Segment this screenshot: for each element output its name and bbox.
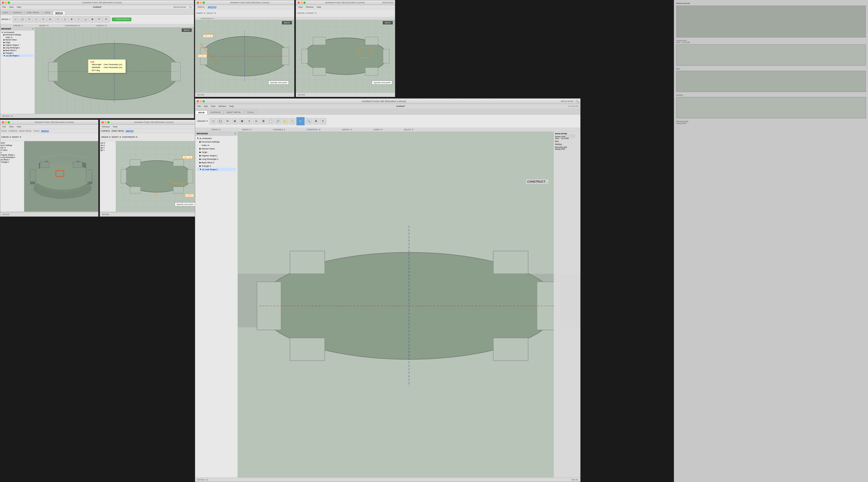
menu-help-4[interactable]: Help	[17, 126, 21, 128]
tree-main-unsaved[interactable]: ▼ 🗂 Unsaved1	[197, 137, 236, 140]
tool-main-fx[interactable]: fx	[253, 118, 259, 124]
min-btn-2[interactable]	[200, 2, 202, 4]
tool-btn-13[interactable]: ⊢	[96, 16, 103, 23]
tool-main-6[interactable]: +	[246, 118, 252, 124]
close-btn-3[interactable]	[298, 2, 300, 4]
tool-btn-7[interactable]: □	[55, 16, 61, 23]
min-btn-3[interactable]	[301, 2, 303, 4]
close-btn-1[interactable]	[2, 2, 4, 4]
tree-item-units[interactable]: Units: in	[1, 36, 33, 38]
tab-surface-main[interactable]: SURFACE	[208, 110, 223, 114]
menu-view[interactable]: View	[9, 6, 13, 8]
canvas-3d-4[interactable]	[24, 141, 98, 212]
tree-main-triangle[interactable]: ▶ Triangle:1	[197, 164, 236, 168]
menu-view-3[interactable]: View	[298, 6, 303, 8]
tree-item-origin[interactable]: ▶ Origin	[1, 41, 33, 44]
menu-help-5[interactable]: Help	[113, 126, 117, 128]
tree-main-basicblock[interactable]: ▶ Basic Block:1	[197, 161, 236, 164]
tree-basic-4[interactable]: aic Block:1	[1, 158, 23, 161]
canvas-1[interactable]: null TabLength User Parameter (in) TabWi…	[35, 27, 194, 116]
tree-main-origin[interactable]: ▶ Origin	[197, 151, 236, 154]
tab-tools-main[interactable]: TOOLS	[244, 110, 257, 114]
close-btn-5[interactable]	[101, 121, 104, 123]
tree-ann0[interactable]: ann0	[1, 142, 23, 144]
tab-tools-1[interactable]: TOOLS	[42, 11, 53, 14]
canvas-5[interactable]: 344.7 ms 8.359 in Specify next point	[116, 141, 198, 212]
tool-btn-6[interactable]: fx	[47, 16, 54, 23]
tools-tab-4[interactable]: TOOLS	[33, 130, 40, 132]
tool-btn-2[interactable]: ◯	[20, 16, 26, 23]
select-label-2[interactable]: SELECT ▼	[207, 12, 216, 14]
max-btn-4[interactable]	[8, 121, 10, 123]
tool-main-5[interactable]: ⊠	[239, 118, 245, 124]
min-btn-1[interactable]	[5, 2, 7, 4]
tree-organic-4[interactable]: Organic Shape:1	[1, 154, 23, 156]
min-btn-4[interactable]	[5, 121, 7, 123]
tree-ann-0-5[interactable]: ann 0	[100, 142, 115, 144]
window-controls-5[interactable]	[101, 121, 110, 123]
close-btn-4[interactable]	[2, 121, 4, 123]
menu-help-main[interactable]: Help	[229, 105, 234, 107]
close-btn-2[interactable]	[197, 2, 199, 4]
tree-item-basicblock[interactable]: ▶ Basic Block:1	[1, 49, 33, 52]
tree-item-longrect[interactable]: ▶ Long Rectangle:1	[1, 46, 33, 49]
max-btn-3[interactable]	[303, 2, 306, 4]
min-btn-5[interactable]	[104, 121, 106, 123]
tool-main-construct[interactable]: C	[296, 117, 305, 126]
search-icon-1[interactable]: 🔍	[189, 6, 192, 8]
browser-toggle-1[interactable]: +	[32, 28, 33, 30]
window-controls-2[interactable]	[197, 2, 205, 4]
tool-main-7[interactable]: ⚙	[260, 118, 267, 124]
tree-main-leafshape[interactable]: ▼ 🗂 Leaf Shape:1	[197, 168, 236, 171]
window-controls-main[interactable]	[197, 100, 205, 102]
tree-item-organic[interactable]: ▶ Organic Shape:1	[1, 44, 33, 46]
tool-btn-14[interactable]: ↻	[103, 16, 110, 23]
max-btn-main[interactable]	[203, 100, 205, 102]
modify-4[interactable]: MODIFY ▼	[12, 136, 22, 138]
tool-main-13[interactable]: ⬇	[313, 118, 319, 124]
window-controls-4[interactable]	[2, 121, 10, 123]
tree-main-docsettings[interactable]: ▶ Document Settings	[197, 140, 236, 143]
tab-sheetmetal-main[interactable]: SHEET METAL	[223, 110, 244, 114]
max-btn-1[interactable]	[8, 2, 10, 4]
tool-main-8[interactable]: 📋	[268, 118, 274, 124]
create-4[interactable]: CREATE ▼	[1, 136, 11, 138]
menu-window-3[interactable]: Window	[306, 6, 313, 8]
tool-btn-1[interactable]: □	[12, 16, 19, 23]
thumbnail-2[interactable]	[676, 44, 866, 66]
close-btn-main[interactable]	[197, 100, 199, 102]
tool-main-1[interactable]: □	[210, 118, 216, 124]
tab-sketch-1[interactable]: SKETCH	[53, 11, 65, 14]
tool-btn-5[interactable]: ≡	[40, 16, 46, 23]
browser-toggle-main[interactable]: +	[235, 132, 236, 135]
tool-btn-3[interactable]: ✏	[26, 16, 33, 23]
surface-tab-4[interactable]: SURFACE	[8, 130, 17, 132]
constraints-5[interactable]: CONSTRAINTS ▼	[122, 136, 138, 138]
window-controls-3[interactable]	[298, 2, 306, 4]
tree-n[interactable]: n	[1, 151, 23, 154]
tree-main-organic[interactable]: ▶ Organic Shape:1	[197, 154, 236, 157]
finish-sketch-btn[interactable]: ✓ FINISH SKETCH	[112, 18, 131, 21]
surface-5[interactable]: SURFACE	[101, 130, 110, 132]
main-canvas[interactable]: CONSTRUCT - BACK Alecia Gorski Screen Sh…	[238, 132, 580, 480]
tree-item-triangle[interactable]: ▶ Triangle:1	[1, 52, 33, 55]
tool-btn-4[interactable]: ⟨	[33, 16, 40, 23]
tree-longrect-4[interactable]: Long Rectangle:1	[1, 156, 23, 158]
create-label-3[interactable]: CREATE ▼	[297, 12, 307, 14]
tree-gle-1[interactable]: gle 1	[100, 149, 115, 151]
insert-label-2[interactable]: INSERT ▼	[196, 12, 205, 14]
max-btn-2[interactable]	[203, 2, 205, 4]
tool-btn-8[interactable]: ◇	[62, 16, 68, 23]
menu-help[interactable]: Help	[17, 6, 21, 8]
menu-help-3[interactable]: Help	[317, 6, 321, 8]
tree-item-leafshape[interactable]: ▼ 🗂 Leaf Shape:1	[1, 55, 33, 57]
design-label[interactable]: DESIGN ▼	[1, 18, 11, 20]
tool-main-9[interactable]: 🔗	[275, 118, 281, 124]
tree-main-units[interactable]: Units: in	[197, 143, 236, 147]
tree-item-namedviews[interactable]: ▶ Named Views	[1, 38, 33, 41]
tree-main-longrect[interactable]: ▶ Long Rectangle:1	[197, 157, 236, 161]
tool-main-10[interactable]: 📐	[282, 118, 288, 124]
canvas-2[interactable]: 153.1 ms 6.139 in Specify next point BAC…	[195, 20, 294, 93]
back-btn-3[interactable]: BACK	[383, 21, 393, 25]
modify-5[interactable]: MODIFY ▼	[112, 136, 121, 138]
